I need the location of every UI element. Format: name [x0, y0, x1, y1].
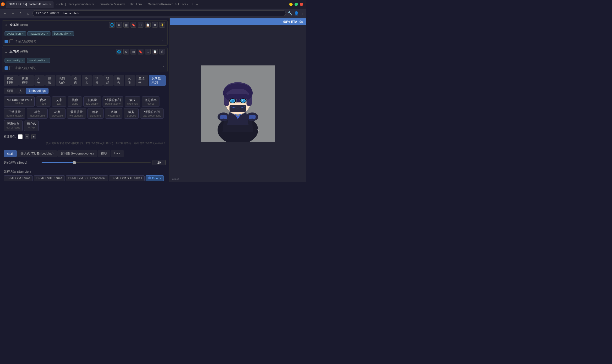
- tag-item-username[interactable]: 用户名 用户名: [24, 120, 39, 131]
- profile-icon[interactable]: 👤: [294, 11, 299, 15]
- sampler-eulera[interactable]: Euler a: [146, 175, 164, 181]
- settings-icon[interactable]: ⚙: [123, 49, 129, 54]
- sampler-dpm2msdeexp[interactable]: DPM++ 2M SDE Exponential: [66, 175, 108, 181]
- nav-tab-expression[interactable]: 表情动作: [56, 75, 71, 86]
- tag-item-badproportions[interactable]: 错误的比例 bad proportions: [140, 108, 163, 119]
- refresh-button[interactable]: ↻: [18, 11, 24, 16]
- nav-tab-negative[interactable]: 反向提示词: [149, 75, 166, 86]
- steps-slider[interactable]: [41, 162, 151, 163]
- close-button[interactable]: [300, 3, 303, 6]
- tag-avatar-icon[interactable]: avatar icon ✕: [5, 31, 26, 36]
- copy-icon[interactable]: ⬡: [138, 22, 143, 28]
- tab-civitai[interactable]: Civitai | Share your models ✕: [54, 1, 96, 8]
- tab-close-icon[interactable]: ✕: [49, 3, 51, 6]
- bottom-tab-generate[interactable]: 生成: [4, 150, 17, 157]
- tag-item-normalquality[interactable]: 正常质量 normal quality: [4, 108, 25, 119]
- nav-tab-magic[interactable]: 魔法书: [136, 75, 148, 86]
- sampler-dpmsde[interactable]: DPM++ SDE Karras: [34, 175, 65, 181]
- tab-gameicon2[interactable]: GameIkonResearch_but_Lora v... ✕: [145, 1, 193, 8]
- tag-worst-quality[interactable]: worst quality ✕: [27, 58, 50, 63]
- color-swatch[interactable]: [18, 134, 23, 139]
- bottom-tab-model[interactable]: 模型: [97, 150, 110, 157]
- tag-masterpiece[interactable]: masterpiece ✕: [27, 31, 50, 36]
- nav-tab-items[interactable]: 物品: [103, 75, 114, 86]
- tag-item-text[interactable]: 文字 text: [52, 96, 66, 107]
- tab-stable-diffusion[interactable]: [98% ETA: 0s] Stable Diffusion ✕: [6, 1, 54, 8]
- new-tab-button[interactable]: +: [194, 1, 200, 8]
- tag-item-sketches[interactable]: 素描 sketches: [125, 96, 140, 107]
- nav-tab-location[interactable]: 场景: [93, 75, 103, 86]
- bookmark-icon[interactable]: 🔖: [131, 22, 136, 28]
- tag-remove-icon[interactable]: ✕: [46, 32, 48, 35]
- tab-gameicon1[interactable]: GameIconResearch_BUTC_Lora... ✕: [97, 1, 145, 8]
- sampler-dpm2m[interactable]: DPM++ 2M Karras: [4, 175, 33, 181]
- nav-tab-scene[interactable]: 画面: [71, 75, 82, 86]
- negative-input[interactable]: [14, 66, 160, 70]
- prompt-toggle[interactable]: [9, 39, 13, 43]
- tag-remove-icon[interactable]: ✕: [21, 59, 23, 62]
- tag-low-quality[interactable]: low quality ✕: [5, 58, 25, 63]
- tag-item-worstquality[interactable]: 最差质量 worstquality: [67, 108, 86, 119]
- paste-icon[interactable]: 📋: [145, 22, 151, 28]
- settings-icon[interactable]: ⚙: [116, 22, 122, 28]
- sub-tab-embeddings[interactable]: Embeddings: [26, 88, 49, 94]
- tag-item-blurry[interactable]: 模糊 blurry: [68, 96, 82, 107]
- tag-item-lowres[interactable]: 低分辨率 lowres: [142, 96, 160, 107]
- home-button[interactable]: ⌂: [26, 11, 31, 16]
- nav-tab-person[interactable]: 人物: [34, 75, 45, 86]
- sub-tab-person[interactable]: 人: [16, 88, 25, 94]
- tag-item-cropped[interactable]: 裁剪 cropped: [124, 108, 139, 119]
- tag-item-outoffocus[interactable]: 脱离焦点 out of focus: [4, 120, 23, 131]
- tag-item-lowquality[interactable]: 低质量 low quality: [83, 96, 101, 107]
- tag-best-quality[interactable]: best quality ✕: [52, 31, 74, 36]
- bottom-tab-lora[interactable]: Lora: [111, 150, 124, 157]
- tag-item-watermark[interactable]: 水印 watermark: [105, 108, 122, 119]
- paste-icon[interactable]: 📋: [152, 49, 158, 54]
- tab-close-icon[interactable]: ✕: [92, 3, 94, 6]
- tab-close-icon[interactable]: ✕: [192, 3, 193, 6]
- tag-item-badanatomy[interactable]: 错误的解剖 bad anatomy: [103, 96, 123, 107]
- bookmark-icon[interactable]: 🔖: [138, 49, 143, 54]
- nav-tab-hanfu[interactable]: 汉服: [125, 75, 135, 86]
- bottom-tab-hypernetwork[interactable]: 超网络 (Hypernetworks): [57, 150, 97, 157]
- nav-tab-extensions[interactable]: 扩展模型: [19, 75, 34, 86]
- magic-icon[interactable]: ✨: [159, 22, 165, 28]
- tag-remove-icon[interactable]: ✕: [22, 32, 24, 35]
- negative-checkbox[interactable]: [5, 66, 8, 70]
- tag-remove-icon[interactable]: ✕: [46, 59, 48, 62]
- tag-item-grayscale[interactable]: 灰度 grayscale: [49, 108, 66, 119]
- negative-toggle[interactable]: [9, 66, 13, 70]
- prompt-input[interactable]: [14, 39, 160, 43]
- bottom-tab-embedding[interactable]: 嵌入式 (T.I. Embedding): [17, 150, 57, 157]
- tag-item-mono[interactable]: 单色 monochrome: [27, 108, 47, 119]
- negative-collapse-icon[interactable]: ⌃: [162, 66, 165, 70]
- tag-item-signature[interactable]: 签名 signature: [87, 108, 104, 119]
- forward-button[interactable]: →: [10, 11, 16, 16]
- collapse-icon[interactable]: ⌃: [162, 39, 165, 43]
- slider-thumb[interactable]: [73, 161, 76, 164]
- grid-icon[interactable]: ▦: [123, 22, 129, 28]
- delete-icon[interactable]: 🗑: [159, 49, 165, 54]
- tag-remove-icon[interactable]: ✕: [69, 32, 72, 35]
- copy-icon[interactable]: ⬡: [145, 49, 151, 54]
- color-picker-icon[interactable]: ■: [31, 134, 36, 139]
- back-button[interactable]: ←: [2, 11, 8, 16]
- grid-icon[interactable]: ▦: [131, 49, 136, 54]
- sub-tab-scene[interactable]: 画面: [4, 88, 16, 94]
- sampler-dpm2msdekarras[interactable]: DPM++ 2M SDE Karras: [109, 175, 145, 181]
- tag-item-nsfw[interactable]: Not Safe For Work NSFW: [4, 96, 35, 107]
- steps-input[interactable]: [152, 160, 166, 165]
- minimize-button[interactable]: [289, 3, 293, 6]
- color-reset-icon[interactable]: ↺: [25, 134, 29, 139]
- extensions-icon[interactable]: 🔧: [288, 11, 293, 15]
- menu-icon[interactable]: ⋮: [300, 11, 304, 15]
- globe-icon[interactable]: 🌐: [109, 22, 115, 28]
- maximize-button[interactable]: [295, 3, 298, 6]
- globe-icon[interactable]: 🌐: [116, 49, 122, 54]
- tag-item-logo[interactable]: 商标 logo: [36, 96, 50, 107]
- prompt-checkbox[interactable]: [5, 40, 8, 43]
- nav-tab-favorites[interactable]: 收藏列表: [4, 75, 19, 86]
- nav-tab-lens[interactable]: 镜头: [114, 75, 124, 86]
- nav-tab-clothing[interactable]: 服饰: [45, 75, 55, 86]
- delete-icon[interactable]: 🗑: [152, 22, 158, 28]
